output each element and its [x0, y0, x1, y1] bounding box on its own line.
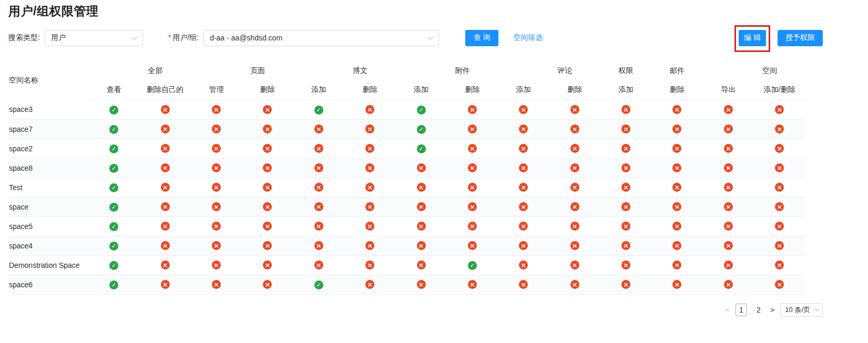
perm-cell: ×	[498, 139, 549, 158]
perm-cell: ×	[498, 119, 549, 139]
perm-cell: ×	[344, 255, 395, 275]
close-circle-icon: ×	[672, 261, 681, 269]
close-circle-icon: ×	[468, 144, 477, 153]
perm-cell: ×	[549, 158, 600, 178]
perm-cell: ×	[498, 255, 549, 275]
perm-cell: ×	[293, 139, 344, 158]
search-type-select[interactable]: 用户	[45, 30, 143, 46]
close-circle-icon: ×	[417, 280, 426, 289]
perm-cell: ×	[344, 197, 395, 216]
close-circle-icon: ×	[672, 202, 681, 211]
group-header-2: 博文	[293, 61, 396, 80]
close-circle-icon: ×	[365, 144, 374, 153]
perm-cell: ×	[191, 100, 242, 119]
perm-cell: ×	[139, 216, 190, 236]
perm-cell: ×	[139, 158, 190, 178]
close-circle-icon: ×	[519, 222, 528, 231]
table-row: Test✓×××××××××××××	[8, 178, 805, 197]
close-circle-icon: ×	[161, 105, 170, 114]
user-group-select[interactable]: d-aa - aa@shdsd.com	[203, 30, 439, 46]
close-circle-icon: ×	[775, 241, 784, 250]
close-circle-icon: ×	[570, 144, 579, 153]
prev-page-button[interactable]: <	[725, 306, 729, 314]
close-circle-icon: ×	[672, 105, 681, 114]
perm-cell: ×	[191, 255, 242, 275]
close-circle-icon: ×	[570, 124, 579, 133]
group-header-1: 页面	[191, 61, 293, 80]
close-circle-icon: ×	[365, 202, 374, 211]
perm-cell: ✓	[293, 275, 344, 294]
sub-header-1: 删除自己的	[139, 80, 190, 100]
perm-cell: ×	[293, 236, 344, 255]
sub-header-2: 管理	[191, 80, 242, 100]
chevron-down-icon	[427, 34, 433, 39]
close-circle-icon: ×	[621, 105, 630, 114]
grant-permission-button[interactable]: 授予权限	[778, 30, 823, 46]
perm-cell: ×	[498, 216, 549, 236]
close-circle-icon: ×	[417, 183, 426, 192]
filter-bar: 搜索类型: 用户 *用户/组: d-aa - aa@shdsd.com 查 询 …	[8, 29, 823, 46]
perm-cell: ×	[651, 236, 702, 255]
perm-cell: ✓	[88, 236, 139, 255]
perm-cell: ×	[549, 236, 600, 255]
close-circle-icon: ×	[468, 241, 477, 250]
next-page-button[interactable]: >	[770, 306, 774, 314]
page-number-2[interactable]: 2	[753, 304, 764, 316]
perm-cell: ×	[549, 255, 600, 275]
sub-header-8: 添加	[498, 80, 549, 100]
check-circle-icon: ✓	[109, 144, 118, 153]
space-filter-link[interactable]: 空间筛选	[513, 33, 543, 43]
sub-header-5: 删除	[344, 80, 395, 100]
perm-cell: ×	[395, 197, 446, 216]
edit-button[interactable]: 编 辑	[739, 30, 766, 46]
perm-cell: ×	[498, 158, 549, 178]
close-circle-icon: ×	[314, 241, 323, 250]
perm-cell: ×	[754, 158, 805, 178]
close-circle-icon: ×	[468, 105, 477, 114]
perm-cell: ×	[651, 139, 702, 158]
page-size-select[interactable]: 10 条/页	[780, 303, 823, 317]
close-circle-icon: ×	[417, 163, 426, 172]
close-circle-icon: ×	[724, 105, 733, 114]
close-circle-icon: ×	[570, 241, 579, 250]
perm-cell: ×	[754, 119, 805, 139]
close-circle-icon: ×	[775, 144, 784, 153]
close-circle-icon: ×	[263, 183, 272, 192]
close-circle-icon: ×	[161, 124, 170, 133]
perm-cell: ×	[447, 216, 498, 236]
close-circle-icon: ×	[212, 202, 221, 211]
perm-cell: ×	[191, 275, 242, 294]
table-sub-header-row: 查看删除自己的管理删除添加删除添加删除添加删除添加删除导出添加/删除	[8, 80, 805, 100]
perm-cell: ×	[447, 139, 498, 158]
close-circle-icon: ×	[519, 280, 528, 289]
close-circle-icon: ×	[570, 261, 579, 269]
close-circle-icon: ×	[570, 163, 579, 172]
query-button[interactable]: 查 询	[465, 30, 498, 46]
perm-cell: ×	[498, 197, 549, 216]
page-number-1[interactable]: 1	[736, 304, 747, 316]
close-circle-icon: ×	[417, 222, 426, 231]
perm-cell: ×	[293, 119, 344, 139]
perm-cell: ×	[600, 119, 651, 139]
close-circle-icon: ×	[621, 222, 630, 231]
close-circle-icon: ×	[417, 241, 426, 250]
perm-cell: ×	[703, 139, 754, 158]
search-type-label: 搜索类型:	[8, 33, 40, 43]
check-circle-icon: ✓	[109, 106, 118, 115]
close-circle-icon: ×	[212, 144, 221, 153]
close-circle-icon: ×	[468, 222, 477, 231]
close-circle-icon: ×	[621, 144, 630, 153]
close-circle-icon: ×	[263, 163, 272, 172]
close-circle-icon: ×	[365, 124, 374, 133]
space-name-header: 空间名称	[8, 61, 88, 100]
check-circle-icon: ✓	[109, 125, 118, 134]
table-row: space6✓×××✓×××××××××	[8, 275, 805, 294]
space-name-cell: space	[8, 197, 88, 216]
perm-cell: ×	[703, 100, 754, 119]
close-circle-icon: ×	[263, 241, 272, 250]
close-circle-icon: ×	[621, 261, 630, 269]
perm-cell: ×	[447, 158, 498, 178]
table-row: space2✓×××××✓×××××××	[8, 139, 805, 158]
table-group-header-row: 空间名称全部页面博文附件评论权限邮件空间	[8, 61, 805, 80]
perm-cell: ×	[651, 178, 702, 197]
